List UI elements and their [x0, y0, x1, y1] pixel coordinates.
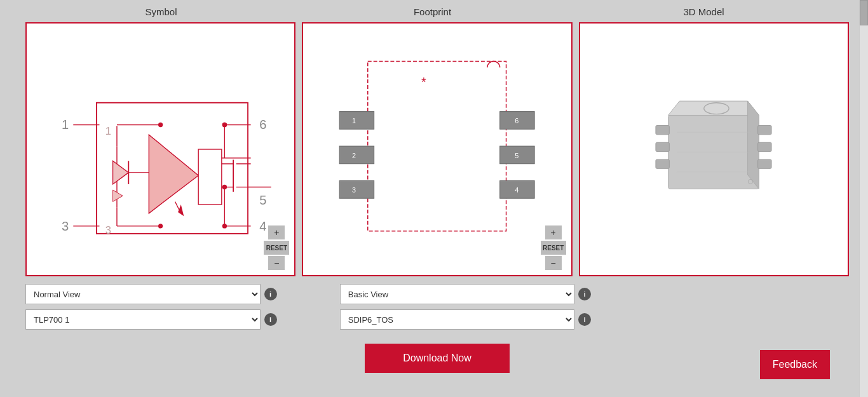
- model3d-panel: [579, 22, 849, 276]
- symbol-header: Symbol: [25, 6, 297, 17]
- svg-marker-13: [113, 190, 123, 201]
- symbol-panel: 1 3 6 5 4 1 3: [25, 22, 295, 276]
- svg-marker-57: [748, 101, 759, 189]
- svg-text:1: 1: [352, 117, 356, 124]
- svg-marker-40: [178, 205, 184, 216]
- symbol-controls: Normal View Alternate View De Morgan i T…: [25, 284, 277, 330]
- model3d-header: 3D Model: [568, 6, 839, 17]
- symbol-view-info[interactable]: i: [264, 288, 277, 300]
- svg-point-35: [158, 123, 163, 127]
- footprint-panel: * 1 2 3 6 5: [302, 22, 572, 276]
- symbol-zoom-out[interactable]: −: [268, 256, 285, 270]
- footprint-name-select[interactable]: SDIP6_TOS DIP6 SMD6: [340, 309, 575, 330]
- svg-rect-61: [656, 159, 669, 168]
- symbol-zoom-reset[interactable]: RESET: [264, 241, 289, 255]
- feedback-button[interactable]: Feedback: [760, 350, 830, 379]
- footprint-view-info[interactable]: i: [578, 288, 591, 300]
- svg-rect-60: [656, 142, 669, 151]
- footprint-controls: Basic View Detailed View i SDIP6_TOS DIP…: [340, 284, 592, 330]
- symbol-view-select[interactable]: Normal View Alternate View De Morgan: [25, 284, 261, 304]
- footprint-zoom-out[interactable]: −: [545, 256, 562, 270]
- svg-text:6: 6: [515, 117, 519, 124]
- footprint-name-info[interactable]: i: [578, 313, 591, 326]
- svg-rect-64: [758, 159, 771, 168]
- symbol-zoom-in[interactable]: +: [268, 225, 285, 239]
- svg-marker-18: [149, 135, 198, 213]
- svg-text:6: 6: [259, 118, 266, 131]
- svg-text:*: *: [421, 75, 426, 89]
- svg-text:3: 3: [352, 186, 356, 194]
- scrollbar[interactable]: [859, 0, 868, 397]
- svg-rect-43: [340, 112, 374, 130]
- svg-text:4: 4: [515, 186, 519, 194]
- footprint-zoom-reset[interactable]: RESET: [541, 241, 566, 255]
- svg-rect-45: [340, 146, 374, 164]
- symbol-component-info[interactable]: i: [264, 313, 277, 326]
- svg-marker-11: [113, 161, 129, 184]
- svg-rect-62: [758, 126, 771, 135]
- svg-point-36: [158, 224, 163, 228]
- download-button[interactable]: Download Now: [365, 344, 510, 373]
- symbol-component-select[interactable]: TLP700 1 TLP700 2: [25, 309, 261, 330]
- svg-rect-59: [656, 126, 669, 135]
- svg-text:3: 3: [105, 224, 111, 236]
- svg-text:5: 5: [259, 193, 266, 207]
- svg-rect-63: [758, 142, 771, 151]
- svg-rect-47: [340, 181, 374, 199]
- svg-point-37: [222, 123, 227, 127]
- footprint-header: Footprint: [297, 6, 568, 17]
- footprint-zoom-in[interactable]: +: [545, 225, 562, 239]
- footprint-view-select[interactable]: Basic View Detailed View: [340, 284, 575, 304]
- scrollbar-thumb[interactable]: [860, 0, 868, 25]
- svg-text:3: 3: [62, 219, 69, 233]
- svg-text:5: 5: [515, 152, 519, 159]
- svg-rect-41: [368, 61, 506, 231]
- svg-text:1: 1: [105, 125, 111, 137]
- svg-text:1: 1: [62, 118, 69, 131]
- svg-text:2: 2: [352, 152, 356, 159]
- svg-rect-19: [198, 149, 222, 205]
